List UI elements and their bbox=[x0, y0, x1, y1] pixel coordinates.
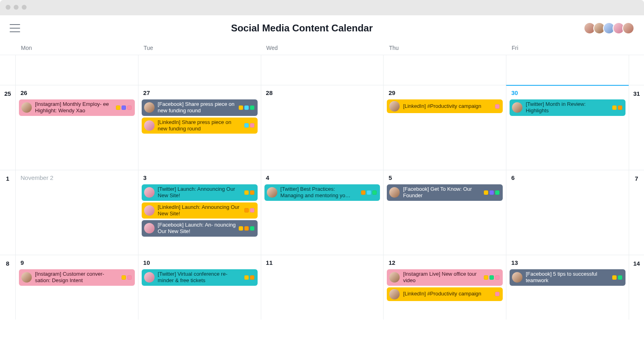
tag-dot bbox=[244, 190, 249, 195]
gutter-day-number: 14 bbox=[629, 255, 644, 320]
tag-dot bbox=[127, 275, 132, 280]
calendar-cell[interactable]: 4[Twitter] Best Practices: Managing and … bbox=[261, 170, 384, 255]
task-card[interactable]: [LinkedIn] Launch: Announcing Our New Si… bbox=[142, 202, 258, 219]
day-number: 3 bbox=[142, 174, 258, 181]
day-number: 12 bbox=[387, 259, 503, 266]
day-number: 30 bbox=[510, 89, 625, 96]
tag-dot bbox=[127, 105, 132, 110]
calendar-week bbox=[0, 55, 644, 85]
calendar-cell[interactable] bbox=[506, 55, 629, 85]
tag-dot bbox=[618, 275, 622, 280]
calendar-cell[interactable]: 12[Instagram Live] New office tour video… bbox=[383, 255, 506, 320]
task-title: [Facebook] Get To Know: Our Founder bbox=[403, 186, 481, 199]
task-card[interactable]: [Facebook] 5 tips to successful teamwork bbox=[510, 269, 625, 286]
calendar-cell[interactable] bbox=[383, 55, 506, 85]
task-tags bbox=[495, 104, 500, 109]
calendar-cell[interactable]: 30[Twitter] Month in Review: Highlights bbox=[506, 85, 629, 170]
tag-dot bbox=[239, 226, 243, 231]
task-card[interactable]: [Twitter] Virtual conference re- minder … bbox=[142, 269, 258, 286]
task-tags bbox=[122, 275, 132, 280]
calendar-cell[interactable]: 13[Facebook] 5 tips to successful teamwo… bbox=[506, 255, 629, 320]
weekday-label: Thu bbox=[383, 45, 506, 51]
calendar-week: 2526[Instagram] Monthly Employ- ee Highl… bbox=[0, 85, 644, 170]
task-card[interactable]: [Instagram Live] New office tour video bbox=[387, 269, 503, 286]
task-card[interactable]: [LinkedIn] #Productivity campaign bbox=[387, 287, 503, 301]
tag-dot bbox=[489, 275, 494, 280]
traffic-light-min[interactable] bbox=[14, 5, 19, 10]
task-card[interactable]: [LinkedIn] #Productivity campaign bbox=[387, 99, 503, 113]
tag-dot bbox=[361, 190, 365, 195]
calendar-cell[interactable]: 5[Facebook] Get To Know: Our Founder bbox=[383, 170, 506, 255]
avatar bbox=[21, 102, 32, 113]
tag-dot bbox=[244, 123, 249, 128]
tag-dot bbox=[484, 190, 488, 195]
day-number: 6 bbox=[510, 174, 625, 181]
traffic-light-close[interactable] bbox=[6, 5, 10, 10]
day-number: 5 bbox=[387, 174, 503, 181]
day-number: 27 bbox=[142, 89, 258, 96]
calendar-cell[interactable] bbox=[138, 55, 261, 85]
tag-dot bbox=[495, 275, 500, 280]
avatar bbox=[21, 272, 32, 283]
task-card[interactable]: [Twitter] Launch: Announcing Our New Sit… bbox=[142, 184, 258, 201]
weekday-label: Wed bbox=[261, 45, 384, 51]
day-number: 4 bbox=[264, 174, 380, 181]
menu-icon[interactable] bbox=[10, 24, 20, 32]
task-title: [LinkedIn] #Productivity campaign bbox=[403, 291, 493, 297]
calendar-cell[interactable] bbox=[261, 55, 384, 85]
tag-dot bbox=[495, 104, 500, 109]
task-title: [Instagram Live] New office tour video bbox=[403, 271, 481, 284]
app-header: Social Media Content Calendar bbox=[0, 15, 644, 41]
day-number: November 2 bbox=[19, 174, 135, 181]
weekday-header: Mon Tue Wed Thu Fri bbox=[0, 41, 644, 55]
calendar-cell[interactable]: 27[Facebook] Share press piece on new fu… bbox=[138, 85, 261, 170]
tag-dot bbox=[372, 190, 377, 195]
tag-dot bbox=[612, 105, 617, 110]
task-tags bbox=[239, 105, 254, 110]
avatar bbox=[144, 102, 155, 113]
tag-dot bbox=[244, 226, 249, 231]
avatar[interactable] bbox=[622, 22, 634, 34]
task-tags bbox=[495, 292, 500, 296]
task-title: [LinkedIn] Share press piece on new fund… bbox=[158, 119, 242, 132]
weekday-label: Mon bbox=[15, 45, 138, 51]
calendar-cell[interactable]: 11 bbox=[261, 255, 384, 320]
tag-dot bbox=[244, 208, 249, 213]
traffic-light-max[interactable] bbox=[22, 5, 27, 10]
task-card[interactable]: [Facebook] Get To Know: Our Founder bbox=[387, 184, 503, 201]
task-card[interactable]: [Facebook] Share press piece on new fund… bbox=[142, 99, 258, 116]
task-card[interactable]: [Twitter] Month in Review: Highlights bbox=[510, 99, 625, 116]
member-avatars[interactable] bbox=[584, 22, 634, 34]
calendar-cell[interactable]: 26[Instagram] Monthly Employ- ee Highlig… bbox=[15, 85, 138, 170]
tag-dot bbox=[244, 105, 249, 110]
calendar-cell[interactable]: 3[Twitter] Launch: Announcing Our New Si… bbox=[138, 170, 261, 255]
task-card[interactable]: [Instagram] Customer conver- sation: Des… bbox=[19, 269, 135, 286]
task-title: [Instagram] Monthly Employ- ee Highlight… bbox=[35, 101, 114, 114]
gutter-day-number: 31 bbox=[629, 85, 644, 170]
calendar-cell[interactable]: 9[Instagram] Customer conver- sation: De… bbox=[15, 255, 138, 320]
calendar-cell[interactable] bbox=[15, 55, 138, 85]
task-title: [Twitter] Month in Review: Highlights bbox=[526, 101, 610, 114]
tag-dot bbox=[618, 105, 622, 110]
day-number: 9 bbox=[19, 259, 135, 266]
calendar-cell[interactable]: 29[LinkedIn] #Productivity campaign bbox=[383, 85, 506, 170]
task-title: [Twitter] Best Practices: Managing and m… bbox=[281, 186, 359, 199]
task-card[interactable]: [Instagram] Monthly Employ- ee Highlight… bbox=[19, 99, 135, 116]
task-card[interactable]: [Twitter] Best Practices: Managing and m… bbox=[264, 184, 380, 201]
tag-dot bbox=[495, 190, 500, 195]
tag-dot bbox=[250, 123, 254, 128]
task-card[interactable]: [LinkedIn] Share press piece on new fund… bbox=[142, 118, 258, 134]
task-title: [Instagram] Customer conver- sation: Des… bbox=[35, 271, 119, 284]
task-title: [LinkedIn] #Productivity campaign bbox=[403, 103, 493, 109]
calendar-cell[interactable]: 6 bbox=[506, 170, 629, 255]
task-title: [Facebook] 5 tips to successful teamwork bbox=[526, 271, 610, 284]
avatar bbox=[144, 120, 155, 131]
calendar-cell[interactable]: 10[Twitter] Virtual conference re- minde… bbox=[138, 255, 261, 320]
task-card[interactable]: [Facebook] Launch: An- nouncing Our New … bbox=[142, 220, 258, 237]
task-tags bbox=[361, 190, 377, 195]
gutter-day-number bbox=[629, 55, 644, 85]
task-tags bbox=[244, 275, 254, 280]
calendar-cell[interactable]: 28 bbox=[261, 85, 384, 170]
gutter-day-number: 1 bbox=[0, 170, 15, 255]
calendar-cell[interactable]: November 2 bbox=[15, 170, 138, 255]
